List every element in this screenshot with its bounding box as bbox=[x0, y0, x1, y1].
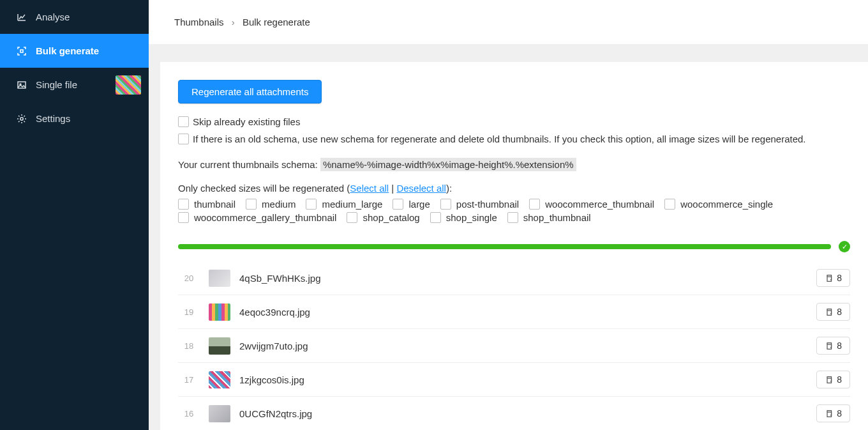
breadcrumb-root[interactable]: Thumbnails bbox=[174, 17, 224, 27]
size-checkbox-shop_catalog[interactable] bbox=[347, 212, 357, 223]
size-checkbox-woocommerce_single[interactable] bbox=[664, 199, 675, 210]
svg-rect-8 bbox=[827, 412, 832, 417]
size-checkbox-post-thumbnail[interactable] bbox=[440, 199, 451, 210]
main-content: Thumbnails › Bulk regenerate Regenerate … bbox=[149, 0, 868, 430]
size-option-shop_single: shop_single bbox=[430, 212, 497, 223]
svg-rect-4 bbox=[827, 277, 832, 281]
file-number: 18 bbox=[178, 341, 200, 351]
gear-icon bbox=[17, 114, 27, 124]
file-count: 8 bbox=[837, 307, 842, 317]
fullscreen-icon bbox=[17, 46, 27, 56]
file-number: 16 bbox=[178, 409, 200, 418]
svg-rect-0 bbox=[20, 50, 23, 52]
file-row: 171zjkgcos0is.jpg8 bbox=[178, 363, 850, 397]
size-checkbox-shop_single[interactable] bbox=[430, 212, 441, 223]
regenerate-button[interactable]: Regenerate all attachments bbox=[178, 80, 322, 104]
size-checkbox-medium[interactable] bbox=[246, 199, 257, 210]
progress: ✓ bbox=[178, 241, 850, 252]
size-checkbox-medium_large[interactable] bbox=[306, 199, 317, 210]
file-thumbnail bbox=[209, 303, 230, 321]
size-label: woocommerce_single bbox=[680, 199, 773, 210]
sidebar-item-label: Analyse bbox=[36, 12, 70, 22]
file-count-badge[interactable]: 8 bbox=[816, 404, 850, 422]
size-label: shop_single bbox=[446, 212, 497, 223]
file-thumbnail bbox=[209, 405, 230, 422]
sidebar-item-analyse[interactable]: Analyse bbox=[0, 0, 149, 34]
sidebar-item-label: Single file bbox=[36, 79, 77, 90]
file-number: 19 bbox=[178, 307, 200, 317]
size-option-thumbnail: thumbnail bbox=[178, 199, 236, 210]
sidebar-item-single-file[interactable]: Single file bbox=[0, 68, 149, 102]
content-card: Regenerate all attachments Skip already … bbox=[160, 62, 868, 430]
skip-existing-label: Skip already existing files bbox=[193, 115, 300, 130]
size-option-woocommerce_thumbnail: woocommerce_thumbnail bbox=[529, 199, 654, 210]
file-count-badge[interactable]: 8 bbox=[816, 303, 850, 321]
size-option-shop_catalog: shop_catalog bbox=[347, 212, 419, 223]
size-checkbox-woocommerce_gallery_thumbnail[interactable] bbox=[178, 212, 189, 223]
copy-icon bbox=[825, 274, 833, 282]
copy-icon bbox=[825, 376, 833, 384]
image-icon bbox=[17, 80, 27, 90]
sidebar-item-bulk-generate[interactable]: Bulk generate bbox=[0, 34, 149, 68]
size-label: medium_large bbox=[322, 199, 382, 210]
file-row: 160UCGfN2qtrs.jpg8 bbox=[178, 397, 850, 430]
chart-icon bbox=[17, 12, 27, 22]
file-count: 8 bbox=[837, 408, 842, 418]
size-option-woocommerce_single: woocommerce_single bbox=[664, 199, 773, 210]
file-number: 17 bbox=[178, 375, 200, 385]
copy-icon bbox=[825, 308, 833, 316]
file-count-badge[interactable]: 8 bbox=[816, 371, 850, 388]
size-checkbox-thumbnail[interactable] bbox=[178, 199, 189, 210]
file-row: 204qSb_FWhHKs.jpg8 bbox=[178, 261, 850, 295]
svg-rect-1 bbox=[18, 82, 26, 88]
size-label: post-thumbnail bbox=[456, 199, 519, 210]
file-name: 2wvijgm7uto.jpg bbox=[239, 341, 816, 351]
progress-bar bbox=[178, 244, 831, 249]
file-thumbnail bbox=[209, 337, 230, 355]
size-checkbox-large[interactable] bbox=[393, 199, 403, 210]
file-count: 8 bbox=[837, 273, 842, 283]
check-circle-icon: ✓ bbox=[839, 241, 850, 252]
file-count: 8 bbox=[837, 341, 842, 351]
deselect-all-link[interactable]: Deselect all bbox=[396, 183, 446, 194]
sidebar-item-settings[interactable]: Settings bbox=[0, 102, 149, 135]
svg-rect-7 bbox=[827, 378, 832, 383]
size-label: large bbox=[408, 199, 430, 210]
size-label: woocommerce_thumbnail bbox=[545, 199, 654, 210]
svg-rect-6 bbox=[827, 344, 832, 349]
copy-icon bbox=[825, 410, 833, 418]
size-label: shop_thumbnail bbox=[523, 212, 591, 223]
size-checkbox-woocommerce_thumbnail[interactable] bbox=[529, 199, 540, 210]
svg-rect-5 bbox=[827, 311, 832, 315]
sidebar-item-label: Settings bbox=[36, 113, 70, 124]
svg-point-3 bbox=[20, 117, 23, 119]
size-option-post-thumbnail: post-thumbnail bbox=[440, 199, 519, 210]
chevron-right-icon: › bbox=[232, 17, 235, 27]
size-label: shop_catalog bbox=[363, 212, 419, 223]
sizes-row: thumbnailmediummedium_largelargepost-thu… bbox=[178, 199, 850, 223]
old-schema-checkbox[interactable] bbox=[178, 134, 189, 144]
file-thumbnail bbox=[209, 270, 230, 287]
size-label: woocommerce_gallery_thumbnail bbox=[194, 212, 336, 223]
copy-icon bbox=[825, 342, 833, 350]
file-count-badge[interactable]: 8 bbox=[816, 269, 850, 287]
file-count-badge[interactable]: 8 bbox=[816, 337, 850, 355]
sidebar: Analyse Bulk generate Single file Settin… bbox=[0, 0, 149, 430]
skip-existing-checkbox[interactable] bbox=[178, 116, 189, 127]
old-schema-label: If there is an old schema, use new schem… bbox=[193, 132, 806, 147]
file-name: 4qSb_FWhHKs.jpg bbox=[239, 273, 816, 284]
schema-info: Your current thumbnails schema: %name%-%… bbox=[178, 159, 850, 170]
size-option-medium: medium bbox=[246, 199, 296, 210]
file-count: 8 bbox=[837, 374, 842, 385]
sidebar-preview-thumb bbox=[116, 75, 141, 95]
size-option-medium_large: medium_large bbox=[306, 199, 382, 210]
breadcrumb: Thumbnails › Bulk regenerate bbox=[149, 0, 868, 44]
size-option-large: large bbox=[393, 199, 430, 210]
size-checkbox-shop_thumbnail[interactable] bbox=[507, 212, 518, 223]
file-name: 0UCGfN2qtrs.jpg bbox=[239, 408, 816, 419]
schema-value: %name%-%image-width%x%image-height%.%ext… bbox=[320, 158, 576, 171]
file-thumbnail bbox=[209, 371, 230, 388]
size-option-woocommerce_gallery_thumbnail: woocommerce_gallery_thumbnail bbox=[178, 212, 336, 223]
file-name: 1zjkgcos0is.jpg bbox=[239, 374, 816, 385]
select-all-link[interactable]: Select all bbox=[350, 183, 389, 194]
